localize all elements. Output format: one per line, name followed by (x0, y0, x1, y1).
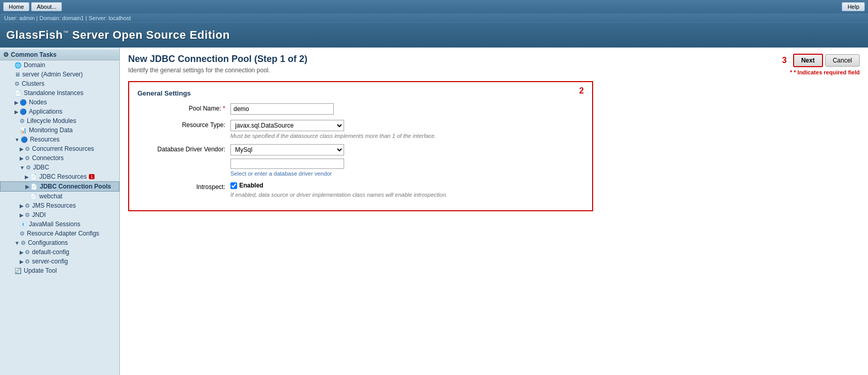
monitoring-icon: 📊 (20, 127, 27, 134)
clusters-icon: ⚙ (14, 81, 20, 87)
applications-arrow: ▶ (14, 109, 19, 115)
sidebar-item-concurrent[interactable]: ▶ ⚙ Concurrent Resources (0, 144, 119, 153)
resource-type-hint: Must be specified if the datasource clas… (230, 133, 584, 139)
jdbc-resources-badge: 1 (89, 174, 95, 179)
sidebar-header[interactable]: ⚙ Common Tasks (0, 50, 119, 60)
sidebar-item-resource-adapter[interactable]: ⚙ Resource Adapter Configs (0, 229, 119, 238)
sidebar-item-javamail[interactable]: 📧 JavaMail Sessions (0, 220, 119, 229)
sidebar-item-applications[interactable]: ▶ 🔵 Applications (0, 107, 119, 116)
sidebar-item-monitoring[interactable]: 📊 Monitoring Data (0, 126, 119, 135)
concurrent-icon: ⚙ (25, 146, 30, 152)
step-number: 3 (782, 56, 787, 65)
default-config-icon: ⚙ (25, 249, 30, 256)
sidebar-item-server[interactable]: 🖥 server (Admin Server) (0, 70, 119, 79)
about-button[interactable]: About... (31, 2, 62, 11)
sidebar-item-jndi[interactable]: ▶ ⚙ JNDI (0, 210, 119, 220)
sidebar-item-default-config[interactable]: ▶ ⚙ default-config (0, 247, 119, 257)
server-config-arrow: ▶ (20, 259, 24, 264)
jdbc-resources-arrow: ▶ (25, 174, 29, 180)
jms-arrow: ▶ (20, 203, 24, 209)
introspect-enabled-label: Enabled (239, 182, 264, 189)
brand-title: GlassFish™ Server Open Source Edition (6, 28, 230, 41)
sidebar-item-jdbc-resources[interactable]: ▶ 📄 JDBC Resources 1 (0, 172, 119, 181)
sidebar-item-resources[interactable]: ▼ 🔵 Resources (0, 135, 119, 144)
sidebar-header-label: Common Tasks (11, 51, 56, 58)
applications-icon: 🔵 (20, 108, 27, 115)
sidebar-header-icon: ⚙ (3, 51, 9, 58)
sidebar-item-clusters[interactable]: ⚙ Clusters (0, 79, 119, 88)
nodes-arrow: ▶ (14, 100, 19, 105)
sidebar-item-update-tool[interactable]: 🔄 Update Tool (0, 266, 119, 275)
form-number: 2 (579, 86, 584, 96)
introspect-checkbox-label[interactable]: Enabled (230, 182, 584, 189)
resource-type-select[interactable]: javax.sql.DataSource javax.sql.XADataSou… (230, 120, 344, 131)
db-driver-input[interactable] (230, 159, 344, 169)
resource-type-label: Resource Type: (137, 120, 230, 129)
db-driver-label: Database Driver Vendor: (137, 144, 230, 153)
jdbc-pools-icon: 📄 (30, 183, 38, 190)
javamail-icon: 📧 (20, 221, 27, 228)
sidebar-item-connectors[interactable]: ▶ ⚙ Connectors (0, 153, 119, 163)
required-note: * * Indicates required field (790, 69, 860, 75)
domain-icon: 🌐 (14, 62, 22, 69)
standalone-icon: 📄 (14, 90, 22, 97)
action-buttons: 3 Next Cancel (782, 54, 860, 67)
resource-type-control: javax.sql.DataSource javax.sql.XADataSou… (230, 120, 584, 139)
brand-area: GlassFish™ Server Open Source Edition (0, 23, 868, 48)
server-icon: 🖥 (14, 71, 20, 77)
jdbc-icon: ⚙ (26, 164, 31, 171)
content: New JDBC Connection Pool (Step 1 of 2) I… (120, 48, 868, 375)
configurations-arrow: ▼ (14, 240, 20, 246)
jdbc-arrow: ▼ (20, 165, 25, 170)
pool-name-control (230, 103, 584, 115)
top-bar: Home About... Help User: admin | Domain:… (0, 0, 868, 48)
sidebar-item-standalone[interactable]: 📄 Standalone Instances (0, 88, 119, 98)
sidebar-item-webchat[interactable]: 📄 webchat (0, 192, 119, 201)
configurations-icon: ⚙ (21, 240, 26, 246)
sidebar-item-nodes[interactable]: ▶ 🔵 Nodes (0, 98, 119, 107)
update-tool-icon: 🔄 (14, 268, 22, 274)
lifecycle-icon: ⚙ (20, 118, 25, 124)
next-button[interactable]: Next (793, 54, 823, 67)
help-button[interactable]: Help (842, 2, 865, 11)
action-bar: 3 Next Cancel * * Indicates required fie… (782, 54, 860, 75)
pool-name-input[interactable] (230, 103, 334, 115)
resources-icon: 🔵 (21, 136, 28, 143)
sidebar-item-domain[interactable]: 🌐 Domain (0, 60, 119, 70)
sidebar: ⚙ Common Tasks 🌐 Domain 🖥 server (Admin … (0, 48, 120, 375)
concurrent-arrow: ▶ (20, 146, 24, 152)
menu-left: Home About... (3, 2, 62, 11)
nodes-icon: 🔵 (20, 99, 27, 106)
sidebar-item-configurations[interactable]: ▼ ⚙ Configurations (0, 238, 119, 247)
db-driver-row: Database Driver Vendor: MySql Derby Orac… (137, 144, 584, 177)
sidebar-item-jdbc-pools[interactable]: ▶ 📄 JDBC Connection Pools (0, 181, 119, 192)
page-subtitle: Identify the general settings for the co… (128, 67, 860, 74)
webchat-icon: 📄 (30, 193, 37, 200)
jndi-icon: ⚙ (25, 212, 30, 218)
sidebar-item-jms[interactable]: ▶ ⚙ JMS Resources (0, 201, 119, 210)
connectors-arrow: ▶ (20, 155, 24, 161)
resource-adapter-icon: ⚙ (20, 230, 25, 237)
jms-icon: ⚙ (25, 202, 30, 209)
introspect-label: Introspect: (137, 182, 230, 191)
resources-arrow: ▼ (14, 137, 20, 143)
db-driver-select[interactable]: MySql Derby Oracle PostgreSQL DB2 Sybase… (230, 144, 344, 155)
pool-name-row: Pool Name: * (137, 103, 584, 115)
cancel-button[interactable]: Cancel (825, 54, 860, 67)
menu-bar: Home About... Help (0, 0, 868, 13)
db-driver-hint: Select or enter a database driver vendor (230, 170, 584, 177)
section-title: General Settings (137, 89, 584, 97)
home-button[interactable]: Home (3, 2, 29, 11)
introspect-checkbox[interactable] (230, 182, 237, 189)
db-driver-control: MySql Derby Oracle PostgreSQL DB2 Sybase… (230, 144, 584, 177)
pool-name-required: * (223, 105, 225, 112)
default-config-arrow: ▶ (20, 249, 24, 255)
introspect-control: Enabled If enabled, data source or drive… (230, 182, 584, 198)
user-info: User: admin | Domain: domain1 | Server: … (0, 13, 868, 23)
connectors-icon: ⚙ (25, 155, 30, 162)
introspect-hint: If enabled, data source or driver implem… (230, 192, 584, 198)
sidebar-item-jdbc[interactable]: ▼ ⚙ JDBC (0, 163, 119, 172)
form-panel: 2 General Settings Pool Name: * Resource… (128, 81, 593, 211)
sidebar-item-lifecycle[interactable]: ⚙ Lifecycle Modules (0, 116, 119, 126)
sidebar-item-server-config[interactable]: ▶ ⚙ server-config (0, 257, 119, 266)
